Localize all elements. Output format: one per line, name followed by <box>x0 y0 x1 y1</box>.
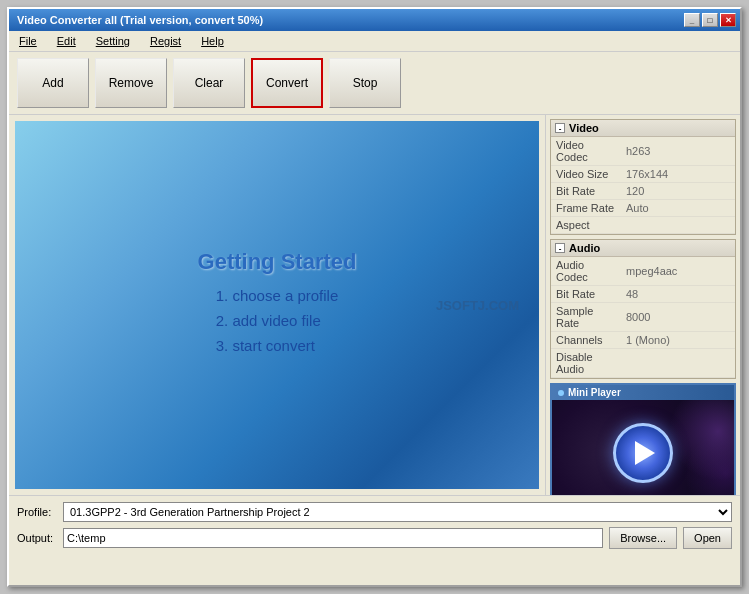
mini-player: Mini Player <box>550 383 736 495</box>
mini-player-dot-icon <box>558 390 564 396</box>
audio-bit-rate-row: Bit Rate 48 <box>551 286 735 303</box>
play-triangle-icon <box>635 441 655 465</box>
main-content: Getting Started 1. choose a profile 2. a… <box>9 115 740 495</box>
window-title: Video Converter all (Trial version, conv… <box>13 14 684 26</box>
audio-collapse-icon[interactable]: - <box>555 243 565 253</box>
profile-row: Profile: 01.3GPP2 - 3rd Generation Partn… <box>17 502 732 522</box>
video-size-label: Video Size <box>551 166 621 183</box>
title-bar-buttons: _ □ ✕ <box>684 13 736 27</box>
audio-properties-section: - Audio Audio Codec mpeg4aac Bit Rate 48… <box>550 239 736 379</box>
disable-audio-label: Disable Audio <box>551 349 621 378</box>
audio-section-title: Audio <box>569 242 600 254</box>
step-1: 1. choose a profile <box>216 287 339 304</box>
maximize-button[interactable]: □ <box>702 13 718 27</box>
sample-rate-row: Sample Rate 8000 <box>551 303 735 332</box>
video-codec-label: Video Codec <box>551 137 621 166</box>
mini-player-title-text: Mini Player <box>568 387 621 398</box>
getting-started-title: Getting Started <box>198 249 357 275</box>
channels-value: 1 (Mono) <box>621 332 735 349</box>
toolbar: Add Remove Clear Convert Stop <box>9 52 740 115</box>
disable-audio-value <box>621 349 735 378</box>
stop-button[interactable]: Stop <box>329 58 401 108</box>
video-size-row: Video Size 176x144 <box>551 166 735 183</box>
aspect-row: Aspect <box>551 217 735 234</box>
video-collapse-icon[interactable]: - <box>555 123 565 133</box>
menu-edit[interactable]: Edit <box>51 33 82 49</box>
disable-audio-row: Disable Audio <box>551 349 735 378</box>
frame-rate-label: Frame Rate <box>551 200 621 217</box>
bottom-area: Profile: 01.3GPP2 - 3rd Generation Partn… <box>9 495 740 555</box>
browse-button[interactable]: Browse... <box>609 527 677 549</box>
menu-bar: File Edit Setting Regist Help <box>9 31 740 52</box>
output-row: Output: Browse... Open <box>17 527 732 549</box>
right-panel: - Video Video Codec h263 Video Size 176x… <box>545 115 740 495</box>
frame-rate-row: Frame Rate Auto <box>551 200 735 217</box>
remove-button[interactable]: Remove <box>95 58 167 108</box>
profile-label: Profile: <box>17 506 57 518</box>
video-preview-area: Getting Started 1. choose a profile 2. a… <box>15 121 539 489</box>
frame-rate-value: Auto <box>621 200 735 217</box>
step-2: 2. add video file <box>216 312 339 329</box>
video-codec-value: h263 <box>621 137 735 166</box>
output-label: Output: <box>17 532 57 544</box>
sample-rate-label: Sample Rate <box>551 303 621 332</box>
minimize-button[interactable]: _ <box>684 13 700 27</box>
bit-rate-value: 120 <box>621 183 735 200</box>
audio-bit-rate-label: Bit Rate <box>551 286 621 303</box>
clear-button[interactable]: Clear <box>173 58 245 108</box>
audio-bit-rate-value: 48 <box>621 286 735 303</box>
mini-player-play-button[interactable] <box>613 423 673 483</box>
audio-codec-row: Audio Codec mpeg4aac <box>551 257 735 286</box>
audio-codec-label: Audio Codec <box>551 257 621 286</box>
convert-button[interactable]: Convert <box>251 58 323 108</box>
audio-section-header[interactable]: - Audio <box>551 240 735 257</box>
audio-codec-value: mpeg4aac <box>621 257 735 286</box>
audio-prop-table: Audio Codec mpeg4aac Bit Rate 48 Sample … <box>551 257 735 378</box>
step-3: 3. start convert <box>216 337 339 354</box>
close-button[interactable]: ✕ <box>720 13 736 27</box>
bit-rate-row: Bit Rate 120 <box>551 183 735 200</box>
channels-row: Channels 1 (Mono) <box>551 332 735 349</box>
channels-label: Channels <box>551 332 621 349</box>
aspect-value <box>621 217 735 234</box>
video-section-header[interactable]: - Video <box>551 120 735 137</box>
mini-player-title-bar: Mini Player <box>552 385 734 400</box>
add-button[interactable]: Add <box>17 58 89 108</box>
getting-started-steps: 1. choose a profile 2. add video file 3.… <box>216 287 339 362</box>
menu-help[interactable]: Help <box>195 33 230 49</box>
menu-file[interactable]: File <box>13 33 43 49</box>
video-section-title: Video <box>569 122 599 134</box>
video-size-value: 176x144 <box>621 166 735 183</box>
bit-rate-label: Bit Rate <box>551 183 621 200</box>
video-properties-section: - Video Video Codec h263 Video Size 176x… <box>550 119 736 235</box>
open-button[interactable]: Open <box>683 527 732 549</box>
aspect-label: Aspect <box>551 217 621 234</box>
video-codec-row: Video Codec h263 <box>551 137 735 166</box>
menu-regist[interactable]: Regist <box>144 33 187 49</box>
watermark-text: JSOFTJ.COM <box>436 298 519 313</box>
mini-player-content <box>552 400 734 495</box>
menu-setting[interactable]: Setting <box>90 33 136 49</box>
video-prop-table: Video Codec h263 Video Size 176x144 Bit … <box>551 137 735 234</box>
output-input[interactable] <box>63 528 603 548</box>
profile-select[interactable]: 01.3GPP2 - 3rd Generation Partnership Pr… <box>63 502 732 522</box>
title-bar: Video Converter all (Trial version, conv… <box>9 9 740 31</box>
sample-rate-value: 8000 <box>621 303 735 332</box>
